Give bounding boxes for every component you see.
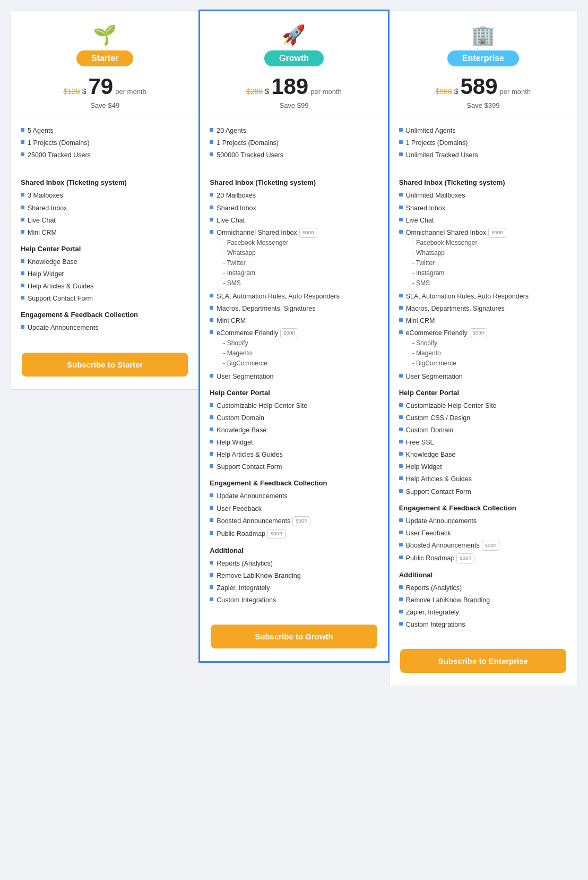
subscribe-button-enterprise[interactable]: Subscribe to Enterprise [400,649,566,673]
bullet-icon [210,493,213,497]
feature-item: Live Chat [399,216,567,225]
feature-item: Reports (Analytics) [210,559,378,568]
feature-item: Custom Integrations [210,595,378,605]
feature-item: User Segmentation [399,372,567,381]
plan-features-starter: Shared Inbox (Ticketing system)3 Mailbox… [11,163,198,344]
bullet-icon [399,622,403,626]
soon-badge: soon [482,541,500,551]
bullet-icon [210,306,213,310]
bullet-icon [399,440,403,443]
bullet-icon [21,218,24,221]
bullet-icon [210,218,213,221]
feature-item: 1 Projects (Domains) [210,138,378,148]
soon-badge: soon [267,529,286,539]
bullet-icon [399,318,403,322]
feature-section-title: Help Center Portal [21,245,189,253]
feature-item: Live Chat [21,216,189,225]
plan-features-enterprise: Shared Inbox (Ticketing system)Unlimited… [390,163,577,640]
price-save-enterprise: Save $399 [400,101,566,109]
feature-item: Support Contact Form [210,462,378,472]
price-row-enterprise: $988$589per month [400,74,566,99]
subscribe-button-growth[interactable]: Subscribe to Growth [211,625,377,648]
bullet-icon [210,374,213,378]
subscribe-button-starter[interactable]: Subscribe to Starter [22,353,188,377]
feature-item: Remove LabiKnow Branding [399,595,567,605]
bullet-icon [210,597,213,601]
price-original-growth: $288 [246,87,263,96]
plan-header-starter: 🌱Starter$128$79per monthSave $49 [11,11,198,118]
feature-item: User Feedback [210,504,378,514]
plan-header-growth: 🚀Growth$288$189per monthSave $99 [200,11,387,118]
bullet-icon [399,556,403,559]
feature-section-title: Engagement & Feedback Collection [399,504,567,512]
top-features-growth: 20 Agents1 Projects (Domains)500000 Trac… [200,118,387,163]
bullet-icon [210,561,213,565]
feature-item: Help Widget [210,438,378,447]
bullet-icon [399,610,403,613]
price-amount-enterprise: 589 [460,74,497,99]
bullet-icon [210,585,213,589]
bullet-icon [21,230,24,234]
bullet-icon [399,597,403,601]
price-amount-starter: 79 [89,74,114,99]
bullet-icon [21,152,24,156]
feature-item: Free SSL [399,438,567,447]
bullet-icon [399,374,403,378]
top-features-starter: 5 Agents1 Projects (Domains)25000 Tracke… [11,118,198,163]
bullet-icon [21,271,24,275]
feature-item: Support Contact Form [21,294,189,303]
feature-item: Custom Integrations [399,620,567,629]
feature-item: Remove LabiKnow Branding [210,571,378,580]
bullet-icon [210,403,213,407]
plan-card-enterprise: 🏢Enterprise$988$589per monthSave $399Unl… [389,11,577,686]
feature-item: Omnichannel Shared Inboxsoon- Facebook M… [399,228,567,289]
bullet-icon [399,464,403,468]
feature-item: Omnichannel Shared Inboxsoon- Facebook M… [210,228,378,289]
feature-item: Customizable Help Center Site [399,401,567,411]
plan-card-starter: 🌱Starter$128$79per monthSave $495 Agents… [11,11,199,390]
bullet-icon [399,294,403,297]
feature-section-title: Engagement & Feedback Collection [21,311,189,319]
feature-item: Help Articles & Guides [210,450,378,459]
bullet-icon [21,284,24,287]
sub-list: - Shopify- Magento- BigCommerce [217,338,298,369]
price-row-starter: $128$79per month [22,74,188,99]
feature-item: Shared Inbox [399,203,567,213]
plan-badge-starter: Starter [76,50,134,66]
feature-item: Help Articles & Guides [21,281,189,291]
bullet-icon [399,128,403,132]
feature-item: SLA, Automation Rules, Auto Responders [399,292,567,301]
soon-badge: soon [456,553,474,563]
price-original-starter: $128 [64,87,80,96]
feature-item: Zapier, Integrately [210,583,378,593]
feature-item: Support Contact Form [399,487,567,497]
price-row-growth: $288$189per month [211,74,377,99]
bullet-icon [210,230,213,234]
bullet-icon [399,152,403,156]
feature-item: Boosted Announcementssoon [399,541,567,551]
feature-item: Public Roadmapsoon [210,529,378,539]
plan-badge-growth: Growth [264,50,324,66]
feature-item: Help Widget [21,269,189,279]
feature-item: Mini CRM [210,316,378,326]
plan-badge-enterprise: Enterprise [447,50,519,66]
bullet-icon [399,518,403,522]
feature-section-title: Shared Inbox (Ticketing system) [399,178,567,186]
feature-item: SLA, Automation Rules, Auto Responders [210,292,378,301]
feature-section-title: Additional [399,571,567,579]
price-period-growth: per month [310,88,342,96]
feature-item: User Segmentation [210,372,378,381]
feature-item: Unlimited Agents [399,126,567,135]
bullet-icon [210,128,213,132]
feature-item: Knowledge Base [21,257,189,267]
feature-item: Macros, Departments, Signatures [399,304,567,313]
bullet-icon [210,452,213,456]
bullet-icon [399,543,403,546]
feature-item: Update Announcements [399,516,567,526]
bullet-icon [399,218,403,221]
price-dollar-growth: $ [265,87,269,96]
feature-section-title: Shared Inbox (Ticketing system) [210,178,378,186]
feature-item: Public Roadmapsoon [399,553,567,563]
price-save-growth: Save $99 [211,101,377,109]
plan-action-enterprise: Subscribe to Enterprise [390,640,577,686]
